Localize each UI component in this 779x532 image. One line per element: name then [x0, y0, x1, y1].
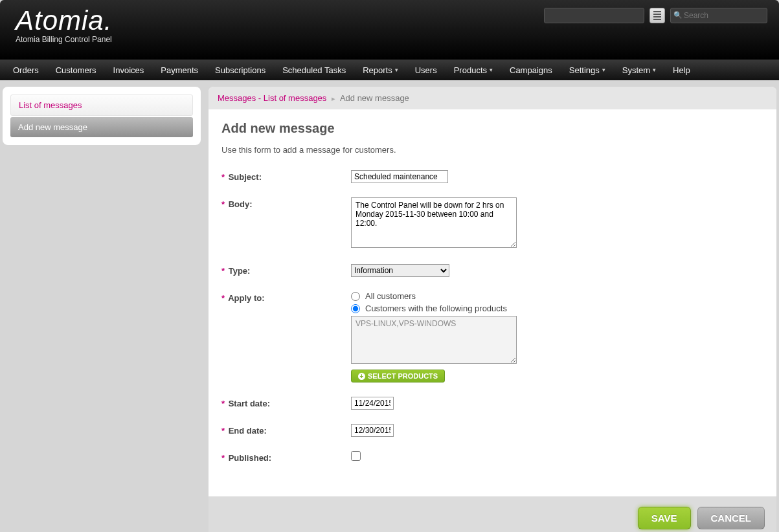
main-panel: Messages - List of messages ▸ Add new me…	[209, 87, 776, 532]
nav-invoices[interactable]: Invoices	[113, 65, 144, 75]
subject-input[interactable]	[351, 170, 448, 183]
body-label: * Body:	[221, 197, 351, 209]
end-date-label: * End date:	[221, 424, 351, 436]
header-search-wide[interactable]	[544, 8, 644, 23]
logo: Atomia. Atomia Billing Control Panel	[16, 5, 112, 44]
end-date-input[interactable]	[351, 424, 394, 437]
sidebar-item-list-messages[interactable]: List of messages	[10, 94, 193, 116]
sidebar-item-label: List of messages	[19, 100, 82, 110]
sidebar-item-label: Add new message	[18, 122, 87, 132]
main-nav: Orders Customers Invoices Payments Subsc…	[0, 60, 779, 80]
nav-scheduled-tasks[interactable]: Scheduled Tasks	[282, 65, 346, 75]
breadcrumb: Messages - List of messages ▸ Add new me…	[209, 87, 776, 109]
published-checkbox[interactable]	[351, 451, 361, 461]
brand-name: Atomia.	[16, 5, 112, 36]
chevron-down-icon: ▾	[602, 67, 605, 73]
subject-label: * Subject:	[221, 170, 351, 182]
footer-actions: SAVE CANCEL	[209, 496, 776, 532]
plus-icon: +	[358, 373, 365, 380]
breadcrumb-current: Add new message	[340, 93, 409, 103]
start-date-label: * Start date:	[221, 397, 351, 408]
nav-help[interactable]: Help	[673, 65, 690, 75]
page-description: Use this form to add a message for custo…	[221, 145, 763, 155]
nav-products[interactable]: Products▾	[454, 65, 493, 75]
nav-customers[interactable]: Customers	[56, 65, 96, 75]
sidebar: List of messages Add new message	[3, 87, 201, 145]
header-search-area: 🔍	[544, 8, 767, 23]
products-textarea[interactable]: VPS-LINUX,VPS-WINDOWS	[351, 316, 517, 364]
select-products-button[interactable]: + SELECT PRODUCTS	[351, 370, 445, 382]
apply-products-radio[interactable]	[351, 304, 360, 313]
sidebar-item-add-message[interactable]: Add new message	[10, 117, 193, 137]
header-search-input[interactable]	[670, 8, 767, 23]
brand-tagline: Atomia Billing Control Panel	[16, 35, 112, 44]
breadcrumb-link[interactable]: Messages - List of messages	[218, 93, 326, 103]
page-title: Add new message	[221, 121, 763, 136]
body-textarea[interactable]: The Control Panel will be down for 2 hrs…	[351, 197, 517, 248]
app-header: Atomia. Atomia Billing Control Panel 🔍	[0, 0, 779, 60]
nav-reports[interactable]: Reports▾	[363, 65, 398, 75]
nav-subscriptions[interactable]: Subscriptions	[215, 65, 265, 75]
list-icon[interactable]	[649, 8, 665, 23]
type-select[interactable]: Information	[351, 264, 449, 277]
nav-settings[interactable]: Settings▾	[569, 65, 605, 75]
published-label: * Published:	[221, 451, 351, 463]
chevron-down-icon: ▾	[395, 67, 398, 73]
save-button[interactable]: SAVE	[638, 507, 691, 529]
apply-products-label: Customers with the following products	[365, 304, 507, 313]
search-icon: 🔍	[673, 11, 681, 19]
apply-to-label: * Apply to:	[221, 291, 351, 303]
chevron-down-icon: ▾	[653, 67, 656, 73]
cancel-button[interactable]: CANCEL	[697, 507, 765, 529]
apply-all-label: All customers	[365, 291, 416, 301]
nav-campaigns[interactable]: Campaigns	[510, 65, 552, 75]
nav-payments[interactable]: Payments	[161, 65, 198, 75]
nav-users[interactable]: Users	[415, 65, 437, 75]
apply-all-radio[interactable]	[351, 292, 360, 301]
breadcrumb-sep-icon: ▸	[332, 94, 335, 102]
chevron-down-icon: ▾	[490, 67, 493, 73]
type-label: * Type:	[221, 264, 351, 276]
start-date-input[interactable]	[351, 397, 394, 410]
nav-orders[interactable]: Orders	[13, 65, 39, 75]
nav-system[interactable]: System▾	[622, 65, 656, 75]
